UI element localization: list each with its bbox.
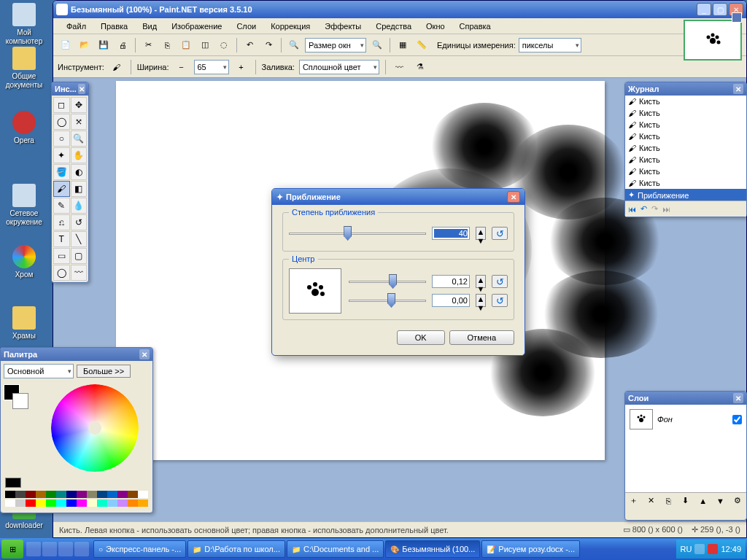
zoom-spinner[interactable]: ▲▼	[476, 227, 486, 240]
history-item[interactable]: 🖌 Кисть	[625, 107, 746, 119]
desktop-icon[interactable]: Хром	[4, 245, 44, 279]
layer-visible-checkbox[interactable]	[732, 415, 742, 424]
layer-down-button[interactable]: ▼	[712, 493, 728, 509]
history-rewind-button[interactable]: ⏮	[628, 205, 636, 214]
zoom-out-button[interactable]: 🔍	[286, 37, 302, 53]
history-item[interactable]: 🖌 Кисть	[625, 96, 746, 107]
history-item[interactable]: 🖌 Кисть	[625, 131, 746, 142]
panel-close-icon[interactable]: ✕	[139, 349, 150, 359]
paste-button[interactable]: 📋	[178, 37, 194, 53]
taskbar-task[interactable]: 📝 Рисуем розу.docx -...	[481, 540, 580, 558]
quicklaunch-icon[interactable]	[74, 542, 89, 556]
colors-panel[interactable]: Палитра✕ Основной Больше >>	[0, 347, 153, 513]
cut-button[interactable]: ✂	[140, 37, 156, 53]
tool-rect-select[interactable]: ◻	[53, 97, 70, 113]
palette-row[interactable]	[5, 491, 148, 498]
center-x-slider[interactable]	[349, 274, 426, 289]
titlebar[interactable]: Безымянный (100%) - Paint.NET версия 3.5…	[53, 1, 746, 18]
layer-up-button[interactable]: ▲	[695, 493, 711, 509]
undo-button[interactable]: ↶	[241, 37, 258, 53]
fill-combo[interactable]: Сплошной цвет	[299, 60, 379, 74]
tray-lang[interactable]: RU	[681, 545, 692, 553]
tray-icon[interactable]	[708, 544, 718, 554]
tool-move-sel[interactable]: ⤧	[71, 114, 88, 130]
ok-button[interactable]: OK	[397, 330, 445, 345]
tool-gradient[interactable]: ◐	[71, 164, 88, 180]
tool-clone[interactable]: ⎌	[53, 214, 70, 230]
zoom-reset-button[interactable]: ↺	[492, 227, 508, 240]
taskbar-task[interactable]: 🎨 Безымянный (100...	[385, 540, 480, 558]
desktop-icon[interactable]: Сетевое окружение	[4, 184, 44, 226]
tool-zoom[interactable]: 🔍	[71, 131, 88, 147]
layer-merge-button[interactable]: ⬇	[678, 493, 694, 509]
layer-props-button[interactable]: ⚙	[729, 493, 746, 509]
center-x-reset-button[interactable]: ↺	[492, 275, 508, 288]
desktop-icon[interactable]: Opera	[4, 111, 44, 144]
open-button[interactable]: 📂	[77, 37, 93, 53]
palette-row[interactable]	[5, 499, 148, 507]
tool-brush[interactable]: 🖌	[53, 181, 70, 197]
panel-close-icon[interactable]: ✕	[733, 393, 743, 403]
menu-layers[interactable]: Слои	[229, 20, 263, 33]
menu-image[interactable]: Изображение	[164, 20, 229, 33]
center-y-slider[interactable]	[349, 293, 426, 308]
deselect-button[interactable]: ◌	[216, 37, 232, 53]
system-tray[interactable]: RU 12:49	[676, 540, 746, 559]
maximize-button[interactable]: ▢	[713, 3, 727, 16]
minimize-button[interactable]: _	[697, 3, 711, 16]
layer-add-button[interactable]: ＋	[626, 493, 642, 509]
tool-recolor[interactable]: ↺	[71, 214, 88, 230]
tool-pencil[interactable]: ✎	[53, 198, 70, 214]
dialog-close-button[interactable]: ✕	[507, 191, 520, 203]
width-combo[interactable]: 65	[194, 60, 229, 74]
tool-lasso[interactable]: ◯	[53, 114, 70, 130]
menu-adjustments[interactable]: Коррекция	[263, 20, 317, 33]
desktop-icon[interactable]: Мой компьютер	[4, 3, 44, 45]
history-item[interactable]: 🖌 Кисть	[625, 166, 746, 177]
quicklaunch-icon[interactable]	[26, 542, 41, 556]
layers-panel[interactable]: Слои✕ Фон ＋ ✕ ⎘ ⬇ ▲ ▼ ⚙	[624, 391, 747, 521]
secondary-color[interactable]	[12, 393, 28, 409]
zoom-value-input[interactable]	[432, 227, 470, 240]
units-combo[interactable]: пикселы	[519, 38, 581, 52]
center-x-input[interactable]	[432, 275, 470, 288]
panel-close-icon[interactable]: ✕	[733, 84, 743, 94]
center-y-spinner[interactable]: ▲▼	[476, 294, 486, 307]
tray-clock[interactable]: 12:49	[721, 545, 741, 553]
history-item[interactable]: 🖌 Кисть	[625, 177, 746, 189]
tool-ellipse-select[interactable]: ○	[53, 131, 70, 147]
history-list[interactable]: 🖌 Кисть 🖌 Кисть 🖌 Кисть 🖌 Кисть 🖌 Кисть …	[625, 96, 746, 201]
tool-line[interactable]: ╲	[71, 231, 88, 247]
width-inc-button[interactable]: +	[233, 59, 249, 75]
start-button[interactable]: ⊞	[1, 540, 23, 559]
zoom-slider[interactable]	[289, 226, 426, 241]
tools-panel[interactable]: Инс...✕ ◻✥ ◯⤧ ○🔍 ✦✋ 🪣◐ 🖌◧ ✎💧 ⎌↺ T╲ ▭▢ ◯〰	[51, 82, 89, 283]
blend-button[interactable]: ⚗	[412, 59, 428, 75]
tool-pan[interactable]: ✋	[71, 147, 88, 163]
history-item[interactable]: ✦ Приближение	[625, 189, 746, 201]
history-undo-button[interactable]: ↶	[640, 204, 647, 214]
width-dec-button[interactable]: −	[174, 59, 190, 75]
ruler-button[interactable]: 📏	[414, 37, 430, 53]
tray-icon[interactable]	[694, 544, 705, 554]
taskbar-task[interactable]: 📁 D:\Работа по школ...	[187, 540, 285, 558]
quicklaunch-icon[interactable]	[42, 542, 57, 556]
copy-button[interactable]: ⎘	[159, 37, 175, 53]
color-wheel[interactable]	[51, 384, 139, 472]
history-item[interactable]: 🖌 Кисть	[625, 119, 746, 131]
layer-row[interactable]: Фон	[628, 408, 743, 431]
print-button[interactable]: 🖨	[115, 37, 131, 53]
menu-tools[interactable]: Средства	[368, 20, 419, 33]
tool-roundrect[interactable]: ▢	[71, 248, 88, 264]
tool-eraser[interactable]: ◧	[71, 181, 88, 197]
history-panel[interactable]: Журнал✕ 🖌 Кисть 🖌 Кисть 🖌 Кисть 🖌 Кисть …	[624, 82, 747, 217]
desktop-icon[interactable]: Общие документы	[4, 47, 44, 89]
document-thumbnail[interactable]	[684, 20, 742, 61]
center-x-spinner[interactable]: ▲▼	[476, 275, 486, 288]
history-redo-button[interactable]: ↷	[651, 204, 658, 214]
menu-help[interactable]: Справка	[452, 20, 498, 33]
taskbar-task[interactable]: ○ Экспресс-панель -...	[93, 540, 186, 558]
menu-window[interactable]: Окно	[419, 20, 452, 33]
tool-move[interactable]: ✥	[71, 97, 88, 113]
new-button[interactable]: 📄	[58, 37, 74, 53]
